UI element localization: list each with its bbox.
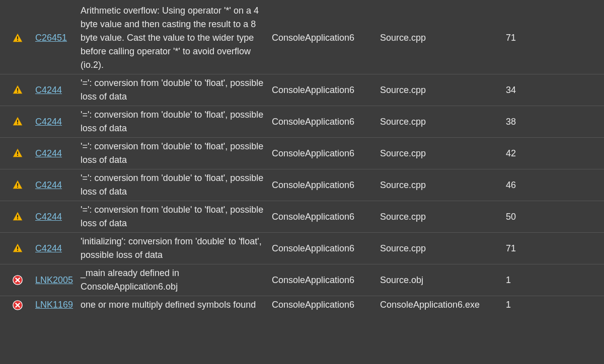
project-cell: ConsoleApplication6 xyxy=(272,243,380,254)
description-cell: '=': conversion from 'double' to 'float'… xyxy=(81,171,272,199)
error-list-row[interactable]: C4244'=': conversion from 'double' to 'f… xyxy=(0,169,604,201)
line-cell: 38 xyxy=(506,117,546,127)
description-cell: '=': conversion from 'double' to 'float'… xyxy=(81,203,272,230)
code-cell: C4244 xyxy=(35,212,81,222)
file-cell: ConsoleApplication6.exe xyxy=(380,300,506,310)
error-list-row[interactable]: C4244'initializing': conversion from 'do… xyxy=(0,232,604,264)
file-cell: Source.cpp xyxy=(380,117,506,127)
error-list-row[interactable]: LNK2005_main already defined in ConsoleA… xyxy=(0,264,604,296)
svg-rect-8 xyxy=(17,183,18,186)
file-cell: Source.cpp xyxy=(380,148,506,159)
code-link[interactable]: C4244 xyxy=(35,243,62,254)
svg-rect-7 xyxy=(17,155,18,156)
code-link[interactable]: C4244 xyxy=(35,212,62,222)
warning-icon xyxy=(12,33,23,44)
code-link[interactable]: LNK1169 xyxy=(35,300,73,310)
svg-rect-4 xyxy=(17,120,18,123)
line-cell: 50 xyxy=(506,212,546,222)
project-cell: ConsoleApplication6 xyxy=(272,180,380,191)
svg-rect-0 xyxy=(17,36,18,39)
project-cell: ConsoleApplication6 xyxy=(272,212,380,222)
line-cell: 42 xyxy=(506,148,546,159)
error-list-row[interactable]: LNK1169one or more multiply defined symb… xyxy=(0,296,604,314)
code-link[interactable]: LNK2005 xyxy=(35,275,73,286)
code-cell: C4244 xyxy=(35,117,81,127)
code-link[interactable]: C4244 xyxy=(35,117,62,127)
severity-icon-cell xyxy=(0,211,35,222)
severity-icon-cell xyxy=(0,84,35,96)
line-cell: 71 xyxy=(506,243,546,254)
svg-rect-2 xyxy=(17,88,18,91)
error-list-row[interactable]: C4244'=': conversion from 'double' to 'f… xyxy=(0,106,604,137)
code-cell: LNK1169 xyxy=(35,300,81,310)
project-cell: ConsoleApplication6 xyxy=(272,117,380,127)
svg-rect-10 xyxy=(17,215,18,218)
severity-icon-cell xyxy=(0,116,35,127)
code-cell: C4244 xyxy=(35,148,81,159)
severity-icon-cell xyxy=(0,243,35,254)
error-list: C26451Arithmetic overflow: Using operato… xyxy=(0,0,604,314)
description-cell: '=': conversion from 'double' to 'float'… xyxy=(81,76,272,104)
error-list-row[interactable]: C4244'=': conversion from 'double' to 'f… xyxy=(0,74,604,106)
line-cell: 1 xyxy=(506,275,546,286)
severity-icon-cell xyxy=(0,300,35,311)
warning-icon xyxy=(12,243,23,254)
code-link[interactable]: C26451 xyxy=(35,33,67,43)
project-cell: ConsoleApplication6 xyxy=(272,33,380,43)
warning-icon xyxy=(12,179,23,191)
line-cell: 46 xyxy=(506,180,546,191)
code-cell: C4244 xyxy=(35,243,81,254)
error-list-row[interactable]: C26451Arithmetic overflow: Using operato… xyxy=(0,2,604,74)
code-cell: LNK2005 xyxy=(35,275,81,286)
svg-rect-1 xyxy=(17,40,18,41)
file-cell: Source.cpp xyxy=(380,33,506,43)
svg-rect-11 xyxy=(17,218,18,219)
severity-icon-cell xyxy=(0,33,35,44)
description-cell: one or more multiply defined symbols fou… xyxy=(81,298,272,312)
file-cell: Source.cpp xyxy=(380,180,506,191)
description-cell: '=': conversion from 'double' to 'float'… xyxy=(81,140,272,167)
file-cell: Source.cpp xyxy=(380,212,506,222)
svg-rect-3 xyxy=(17,92,18,93)
warning-icon xyxy=(12,116,23,127)
file-cell: Source.cpp xyxy=(380,243,506,254)
project-cell: ConsoleApplication6 xyxy=(272,148,380,159)
svg-rect-9 xyxy=(17,187,18,188)
description-cell: Arithmetic overflow: Using operator '*' … xyxy=(81,4,272,72)
code-link[interactable]: C4244 xyxy=(35,148,62,159)
warning-icon xyxy=(12,84,23,96)
error-icon xyxy=(12,275,23,286)
line-cell: 1 xyxy=(506,300,546,310)
code-cell: C26451 xyxy=(35,33,81,43)
line-cell: 71 xyxy=(506,33,546,43)
error-icon xyxy=(12,300,23,311)
severity-icon-cell xyxy=(0,148,35,159)
file-cell: Source.cpp xyxy=(380,85,506,96)
severity-icon-cell xyxy=(0,179,35,191)
severity-icon-cell xyxy=(0,275,35,286)
svg-rect-12 xyxy=(17,246,18,249)
project-cell: ConsoleApplication6 xyxy=(272,300,380,310)
error-list-row[interactable]: C4244'=': conversion from 'double' to 'f… xyxy=(0,201,604,232)
warning-icon xyxy=(12,211,23,222)
warning-icon xyxy=(12,148,23,159)
description-cell: 'initializing': conversion from 'double'… xyxy=(81,235,272,262)
error-list-row[interactable]: C4244'=': conversion from 'double' to 'f… xyxy=(0,137,604,169)
description-cell: _main already defined in ConsoleApplicat… xyxy=(81,266,272,294)
line-cell: 34 xyxy=(506,85,546,96)
project-cell: ConsoleApplication6 xyxy=(272,275,380,286)
description-cell: '=': conversion from 'double' to 'float'… xyxy=(81,108,272,135)
code-cell: C4244 xyxy=(35,85,81,96)
code-link[interactable]: C4244 xyxy=(35,180,62,191)
svg-rect-13 xyxy=(17,250,18,251)
code-cell: C4244 xyxy=(35,180,81,191)
project-cell: ConsoleApplication6 xyxy=(272,85,380,96)
file-cell: Source.obj xyxy=(380,275,506,286)
code-link[interactable]: C4244 xyxy=(35,85,62,96)
svg-rect-6 xyxy=(17,151,18,154)
svg-rect-5 xyxy=(17,123,18,124)
